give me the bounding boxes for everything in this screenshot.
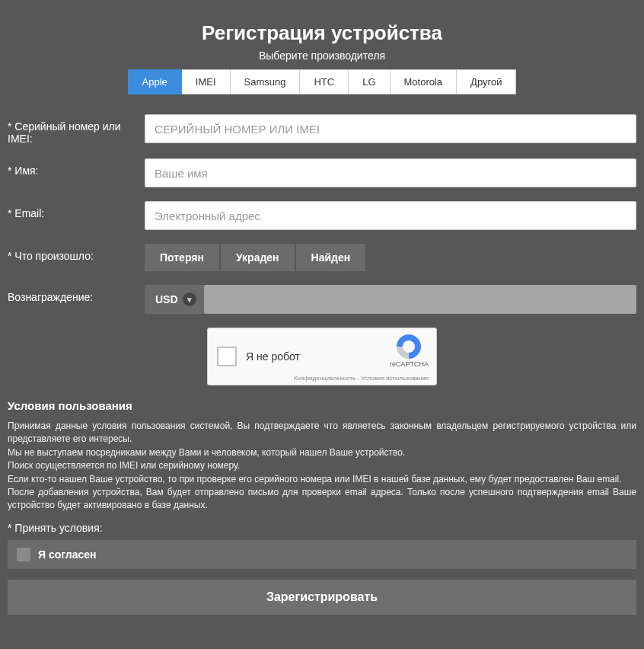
terms-body: Принимая данные условия пользования сист…: [8, 420, 636, 513]
email-input[interactable]: [145, 201, 636, 230]
recaptcha[interactable]: Я не робот reCAPTCHA Конфиденциальность …: [207, 328, 437, 385]
submit-button[interactable]: Зарегистрировать: [8, 580, 636, 615]
event-option-Найден[interactable]: Найден: [296, 244, 366, 271]
terms-heading: Условия пользования: [8, 399, 636, 412]
accept-box[interactable]: Я согласен: [8, 540, 636, 569]
recaptcha-checkbox[interactable]: [217, 347, 237, 366]
event-option-Потерян[interactable]: Потерян: [145, 244, 219, 271]
name-label: * Имя:: [8, 158, 145, 177]
tab-motorola[interactable]: Motorola: [391, 69, 457, 94]
event-label: * Что произошло:: [8, 244, 145, 262]
tab-htc[interactable]: HTC: [300, 69, 349, 94]
currency-select[interactable]: USD ▾: [145, 285, 204, 314]
recaptcha-legal: Конфиденциальность - Условия использован…: [294, 375, 429, 382]
event-option-Украден[interactable]: Украден: [221, 244, 295, 271]
recaptcha-text: Я не робот: [246, 350, 300, 363]
tab-другой[interactable]: Другой: [457, 69, 516, 94]
serial-label: * Серийный номер или IMEI:: [8, 114, 145, 145]
accept-checkbox[interactable]: [17, 548, 30, 561]
event-options: ПотерянУкраденНайден: [145, 244, 636, 271]
name-input[interactable]: [145, 158, 636, 187]
accept-text: Я согласен: [38, 548, 96, 561]
page-title: Регистрация устройства: [8, 21, 636, 45]
manufacturer-tabs: AppleIMEISamsungHTCLGMotorolaДругой: [8, 69, 636, 94]
reward-input[interactable]: [204, 285, 636, 314]
tab-samsung[interactable]: Samsung: [231, 69, 301, 94]
recaptcha-brand: reCAPTCHA: [390, 360, 429, 368]
tab-imei[interactable]: IMEI: [182, 69, 231, 94]
chevron-down-icon: ▾: [183, 293, 196, 306]
recaptcha-logo-icon: [397, 334, 421, 359]
tab-lg[interactable]: LG: [349, 69, 390, 94]
subtitle: Выберите производителя: [8, 50, 636, 62]
serial-input[interactable]: [145, 114, 636, 143]
accept-label: * Принять условия:: [8, 522, 636, 534]
tab-apple[interactable]: Apple: [128, 69, 182, 94]
email-label: * Email:: [8, 201, 145, 219]
currency-value: USD: [155, 293, 178, 305]
reward-label: Вознаграждение:: [8, 285, 145, 303]
